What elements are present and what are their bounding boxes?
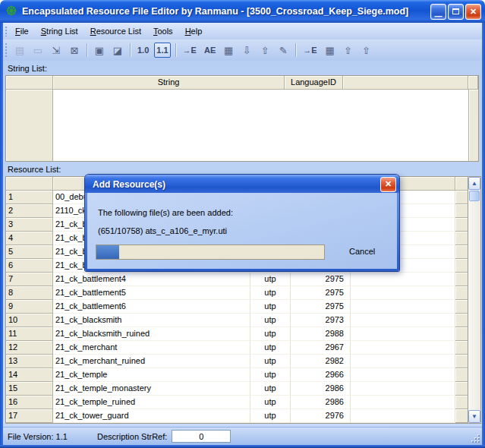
edit-font-icon[interactable]: ✎ — [276, 43, 291, 58]
table-row[interactable]: 10 21_ck_blacksmith utp 2973 — [6, 314, 468, 327]
export-strings-icon[interactable]: ⇧ — [257, 43, 272, 58]
resource-type: utp — [250, 368, 291, 382]
export-resource-icon[interactable]: ⇧ — [341, 43, 356, 58]
toolbar-grip[interactable] — [3, 39, 9, 61]
maximize-button[interactable] — [448, 4, 464, 20]
row-number: 9 — [6, 300, 53, 314]
save-as-icon[interactable]: ◪ — [110, 43, 125, 58]
resource-list-label: Resource List: — [8, 165, 61, 174]
row-number: 14 — [6, 368, 53, 382]
resource-id: 2976 — [291, 409, 351, 423]
string-list-body[interactable] — [53, 90, 468, 161]
resize-grip[interactable] — [471, 434, 480, 443]
import-strings-icon[interactable]: ⇩ — [239, 43, 254, 58]
resource-id: 2975 — [291, 286, 351, 300]
row-number: 8 — [6, 286, 53, 300]
table-row[interactable]: 12 21_ck_merchant utp 2967 — [6, 341, 468, 355]
toolbar: ▤ ▭ ⇲ ⊠ ▣ ◪ 1.0 1.1 →E AE ▦ ⇩ ⇧ ✎ →E ▦ ⇧… — [3, 39, 482, 61]
chevron-down-icon: ▼ — [471, 413, 477, 420]
row-number: 13 — [6, 355, 53, 368]
version-10-button[interactable]: 1.0 — [135, 43, 151, 58]
filler-cell — [351, 314, 455, 327]
resource-header-blank — [6, 177, 53, 191]
dialog-message: The following file(s) are been added: — [98, 208, 233, 217]
resource-id: 2986 — [291, 396, 351, 409]
open-file-icon[interactable]: ▭ — [30, 43, 46, 58]
menu-help[interactable]: Help — [179, 24, 209, 38]
table-row[interactable]: 9 21_ck_battlement6 utp 2975 — [6, 300, 468, 314]
edge-cell — [455, 218, 468, 232]
export-all-icon[interactable]: ⇧ — [359, 43, 374, 58]
edge-cell — [455, 382, 468, 396]
table-row[interactable]: 8 21_ck_battlement5 utp 2975 — [6, 286, 468, 300]
edge-cell — [455, 314, 468, 327]
minimize-button[interactable]: — — [430, 4, 446, 20]
close-file-icon[interactable]: ⊠ — [67, 43, 82, 58]
resource-header-edge — [455, 177, 468, 191]
edge-cell — [455, 259, 468, 273]
description-strref-input[interactable] — [172, 430, 231, 443]
string-header-string[interactable]: String — [53, 76, 285, 90]
table-row[interactable]: 14 21_ck_temple utp 2966 — [6, 368, 468, 382]
filler-cell — [351, 300, 455, 314]
table-row[interactable]: 13 21_ck_merchant_ruined utp 2982 — [6, 355, 468, 368]
menu-tools[interactable]: Tools — [147, 24, 179, 38]
scroll-up-button[interactable]: ▲ — [468, 177, 480, 190]
version-11-button[interactable]: 1.1 — [154, 43, 170, 58]
resource-name: 21_ck_temple_ruined — [53, 396, 250, 409]
row-number: 1 — [6, 191, 53, 204]
resource-name: 21_ck_battlement6 — [53, 300, 250, 314]
edge-cell — [455, 327, 468, 341]
resource-name: 21_ck_blacksmith — [53, 314, 250, 327]
edge-cell — [455, 300, 468, 314]
resource-type: utp — [250, 327, 291, 341]
progress-fill — [96, 245, 119, 259]
add-string-icon[interactable]: →E — [181, 43, 199, 58]
string-edge-column — [468, 90, 478, 161]
resource-type: utp — [250, 341, 291, 355]
table-row[interactable]: 15 21_ck_temple_monastery utp 2986 — [6, 382, 468, 396]
vertical-scrollbar[interactable]: ▲ ▼ — [468, 177, 480, 423]
menu-file[interactable]: File — [9, 24, 35, 38]
filler-cell — [351, 382, 455, 396]
row-number: 3 — [6, 218, 53, 232]
string-number-column — [6, 90, 53, 161]
menu-string-list[interactable]: String List — [35, 24, 84, 38]
menu-grip[interactable] — [3, 23, 9, 39]
row-number: 16 — [6, 396, 53, 409]
scroll-down-button[interactable]: ▼ — [468, 410, 480, 423]
resource-table-icon[interactable]: ▦ — [323, 43, 338, 58]
dialog-title-bar[interactable]: Add Resource(s) ✕ — [85, 175, 399, 193]
new-file-icon[interactable]: ▤ — [12, 43, 27, 58]
dialog-close-button[interactable]: ✕ — [380, 177, 396, 192]
string-table-icon[interactable]: ▦ — [221, 43, 236, 58]
cancel-button[interactable]: Cancel — [349, 247, 375, 256]
edit-string-icon[interactable]: AE — [202, 43, 218, 58]
filler-cell — [351, 273, 455, 286]
edge-cell — [455, 368, 468, 382]
string-header-languageid[interactable]: LanguageID — [285, 76, 343, 90]
toolbar-separator — [295, 43, 296, 57]
filler-cell — [351, 368, 455, 382]
scroll-thumb[interactable] — [469, 191, 480, 201]
resource-name: 21_ck_blacksmith_ruined — [53, 327, 250, 341]
import-file-icon[interactable]: ⇲ — [49, 43, 64, 58]
add-resource-icon[interactable]: →E — [301, 43, 319, 58]
resource-type: utp — [250, 286, 291, 300]
row-number: 6 — [6, 259, 53, 273]
string-list-label: String List: — [8, 64, 47, 73]
resource-type: utp — [250, 355, 291, 368]
table-row[interactable]: 7 21_ck_battlement4 utp 2975 — [6, 273, 468, 286]
table-row[interactable]: 16 21_ck_temple_ruined utp 2986 — [6, 396, 468, 409]
row-number: 17 — [6, 409, 53, 423]
table-row[interactable]: 17 21_ck_tower_guard utp 2976 — [6, 409, 468, 423]
menu-bar: File String List Resource List Tools Hel… — [3, 23, 482, 39]
title-bar[interactable]: Encapsulated Resource File Editor by Ran… — [0, 0, 485, 23]
save-icon[interactable]: ▣ — [92, 43, 107, 58]
close-button[interactable]: ✕ — [465, 4, 481, 20]
table-row[interactable]: 11 21_ck_blacksmith_ruined utp 2988 — [6, 327, 468, 341]
row-number: 2 — [6, 204, 53, 218]
dialog-title: Add Resource(s) — [93, 179, 380, 190]
resource-type: utp — [250, 300, 291, 314]
menu-resource-list[interactable]: Resource List — [84, 24, 147, 38]
